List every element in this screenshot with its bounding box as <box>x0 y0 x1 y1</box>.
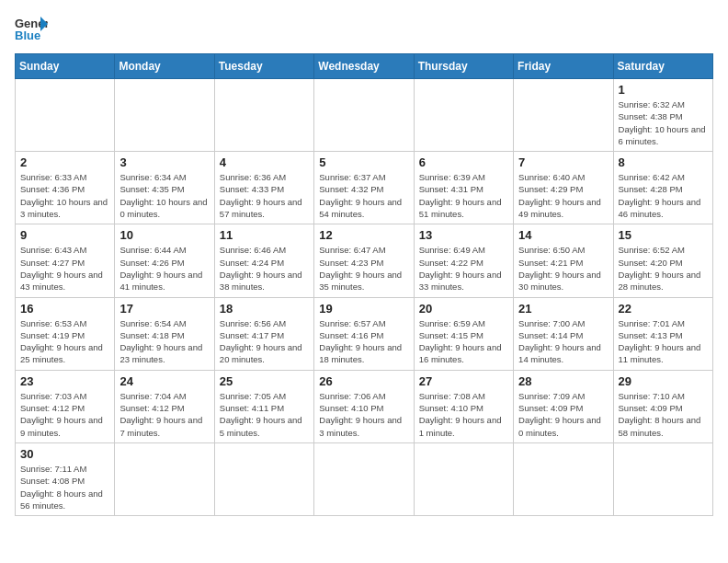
day-number: 1 <box>619 83 708 97</box>
calendar-cell: 19Sunrise: 6:57 AM Sunset: 4:16 PM Dayli… <box>314 297 414 370</box>
day-number: 17 <box>119 302 209 316</box>
weekday-header-wednesday: Wednesday <box>314 54 414 79</box>
day-info: Sunrise: 7:01 AM Sunset: 4:13 PM Dayligh… <box>619 317 708 366</box>
calendar-cell: 22Sunrise: 7:01 AM Sunset: 4:13 PM Dayli… <box>613 297 712 370</box>
day-number: 14 <box>518 228 608 242</box>
day-info: Sunrise: 6:43 AM Sunset: 4:27 PM Dayligh… <box>20 244 109 293</box>
day-info: Sunrise: 6:36 AM Sunset: 4:33 PM Dayligh… <box>220 171 309 220</box>
day-info: Sunrise: 6:57 AM Sunset: 4:16 PM Dayligh… <box>319 317 408 366</box>
day-number: 8 <box>619 155 708 169</box>
weekday-header-saturday: Saturday <box>613 54 712 79</box>
day-number: 28 <box>518 374 608 388</box>
day-info: Sunrise: 7:10 AM Sunset: 4:09 PM Dayligh… <box>619 390 708 439</box>
calendar-cell: 13Sunrise: 6:49 AM Sunset: 4:22 PM Dayli… <box>414 224 513 297</box>
day-info: Sunrise: 7:05 AM Sunset: 4:11 PM Dayligh… <box>220 390 309 439</box>
calendar-cell <box>16 79 115 152</box>
day-number: 15 <box>619 228 708 242</box>
day-info: Sunrise: 6:47 AM Sunset: 4:23 PM Dayligh… <box>319 244 408 293</box>
day-number: 9 <box>20 228 109 242</box>
calendar-cell <box>314 442 414 515</box>
calendar-cell: 26Sunrise: 7:06 AM Sunset: 4:10 PM Dayli… <box>314 370 414 442</box>
calendar-cell: 2Sunrise: 6:33 AM Sunset: 4:36 PM Daylig… <box>16 152 115 224</box>
day-info: Sunrise: 7:11 AM Sunset: 4:08 PM Dayligh… <box>20 463 109 511</box>
calendar-cell <box>514 442 613 515</box>
weekday-header-tuesday: Tuesday <box>214 54 313 79</box>
day-number: 22 <box>619 302 708 316</box>
day-number: 29 <box>619 374 708 388</box>
day-info: Sunrise: 7:00 AM Sunset: 4:14 PM Dayligh… <box>518 317 608 366</box>
calendar-cell: 4Sunrise: 6:36 AM Sunset: 4:33 PM Daylig… <box>214 152 313 224</box>
calendar-cell: 17Sunrise: 6:54 AM Sunset: 4:18 PM Dayli… <box>115 297 214 370</box>
day-number: 24 <box>119 374 209 388</box>
day-number: 13 <box>419 228 508 242</box>
weekday-header-monday: Monday <box>115 54 214 79</box>
day-info: Sunrise: 6:32 AM Sunset: 4:38 PM Dayligh… <box>619 98 708 147</box>
day-info: Sunrise: 6:49 AM Sunset: 4:22 PM Dayligh… <box>419 244 508 293</box>
calendar-cell: 21Sunrise: 7:00 AM Sunset: 4:14 PM Dayli… <box>514 297 613 370</box>
logo-icon: General Blue <box>15 15 48 42</box>
calendar-cell <box>214 79 313 152</box>
day-info: Sunrise: 6:54 AM Sunset: 4:18 PM Dayligh… <box>119 317 209 366</box>
calendar-cell: 18Sunrise: 6:56 AM Sunset: 4:17 PM Dayli… <box>214 297 313 370</box>
calendar-cell: 20Sunrise: 6:59 AM Sunset: 4:15 PM Dayli… <box>414 297 513 370</box>
day-number: 11 <box>220 228 309 242</box>
day-info: Sunrise: 7:03 AM Sunset: 4:12 PM Dayligh… <box>20 390 109 439</box>
day-info: Sunrise: 6:56 AM Sunset: 4:17 PM Dayligh… <box>220 317 309 366</box>
calendar-cell: 1Sunrise: 6:32 AM Sunset: 4:38 PM Daylig… <box>613 79 712 152</box>
calendar-cell: 23Sunrise: 7:03 AM Sunset: 4:12 PM Dayli… <box>16 370 115 442</box>
weekday-header-sunday: Sunday <box>16 54 115 79</box>
day-info: Sunrise: 6:33 AM Sunset: 4:36 PM Dayligh… <box>20 171 109 220</box>
day-info: Sunrise: 6:46 AM Sunset: 4:24 PM Dayligh… <box>220 244 309 293</box>
calendar-cell: 8Sunrise: 6:42 AM Sunset: 4:28 PM Daylig… <box>613 152 712 224</box>
calendar-cell <box>214 442 313 515</box>
day-number: 18 <box>220 302 309 316</box>
day-info: Sunrise: 6:59 AM Sunset: 4:15 PM Dayligh… <box>419 317 508 366</box>
day-info: Sunrise: 7:06 AM Sunset: 4:10 PM Dayligh… <box>319 390 408 439</box>
day-info: Sunrise: 6:50 AM Sunset: 4:21 PM Dayligh… <box>518 244 608 293</box>
day-number: 12 <box>319 228 408 242</box>
day-number: 27 <box>419 374 508 388</box>
day-number: 3 <box>119 155 209 169</box>
day-number: 7 <box>518 155 608 169</box>
day-info: Sunrise: 6:39 AM Sunset: 4:31 PM Dayligh… <box>419 171 508 220</box>
calendar-cell <box>414 442 513 515</box>
calendar-cell: 10Sunrise: 6:44 AM Sunset: 4:26 PM Dayli… <box>115 224 214 297</box>
calendar-cell: 11Sunrise: 6:46 AM Sunset: 4:24 PM Dayli… <box>214 224 313 297</box>
day-number: 19 <box>319 302 408 316</box>
day-number: 10 <box>119 228 209 242</box>
calendar-cell <box>414 79 513 152</box>
weekday-header-thursday: Thursday <box>414 54 513 79</box>
calendar-cell: 27Sunrise: 7:08 AM Sunset: 4:10 PM Dayli… <box>414 370 513 442</box>
day-number: 25 <box>220 374 309 388</box>
day-number: 4 <box>220 155 309 169</box>
weekday-header-friday: Friday <box>514 54 613 79</box>
day-number: 26 <box>319 374 408 388</box>
calendar-cell <box>115 79 214 152</box>
day-number: 21 <box>518 302 608 316</box>
calendar-cell <box>514 79 613 152</box>
svg-text:Blue: Blue <box>15 29 40 42</box>
day-info: Sunrise: 6:34 AM Sunset: 4:35 PM Dayligh… <box>119 171 209 220</box>
day-info: Sunrise: 6:53 AM Sunset: 4:19 PM Dayligh… <box>20 317 109 366</box>
day-info: Sunrise: 6:37 AM Sunset: 4:32 PM Dayligh… <box>319 171 408 220</box>
header: General Blue <box>15 15 713 42</box>
calendar-cell: 24Sunrise: 7:04 AM Sunset: 4:12 PM Dayli… <box>115 370 214 442</box>
day-info: Sunrise: 6:40 AM Sunset: 4:29 PM Dayligh… <box>518 171 608 220</box>
day-number: 6 <box>419 155 508 169</box>
calendar-cell: 30Sunrise: 7:11 AM Sunset: 4:08 PM Dayli… <box>16 442 115 515</box>
day-number: 5 <box>319 155 408 169</box>
calendar-cell: 5Sunrise: 6:37 AM Sunset: 4:32 PM Daylig… <box>314 152 414 224</box>
logo: General Blue <box>15 15 48 42</box>
calendar-cell: 15Sunrise: 6:52 AM Sunset: 4:20 PM Dayli… <box>613 224 712 297</box>
calendar-cell: 29Sunrise: 7:10 AM Sunset: 4:09 PM Dayli… <box>613 370 712 442</box>
day-number: 23 <box>20 374 109 388</box>
calendar-cell: 9Sunrise: 6:43 AM Sunset: 4:27 PM Daylig… <box>16 224 115 297</box>
calendar-cell: 16Sunrise: 6:53 AM Sunset: 4:19 PM Dayli… <box>16 297 115 370</box>
day-info: Sunrise: 6:42 AM Sunset: 4:28 PM Dayligh… <box>619 171 708 220</box>
calendar-cell: 28Sunrise: 7:09 AM Sunset: 4:09 PM Dayli… <box>514 370 613 442</box>
calendar-cell: 12Sunrise: 6:47 AM Sunset: 4:23 PM Dayli… <box>314 224 414 297</box>
day-number: 30 <box>20 447 109 461</box>
day-info: Sunrise: 7:04 AM Sunset: 4:12 PM Dayligh… <box>119 390 209 439</box>
calendar-cell: 6Sunrise: 6:39 AM Sunset: 4:31 PM Daylig… <box>414 152 513 224</box>
calendar-cell: 14Sunrise: 6:50 AM Sunset: 4:21 PM Dayli… <box>514 224 613 297</box>
